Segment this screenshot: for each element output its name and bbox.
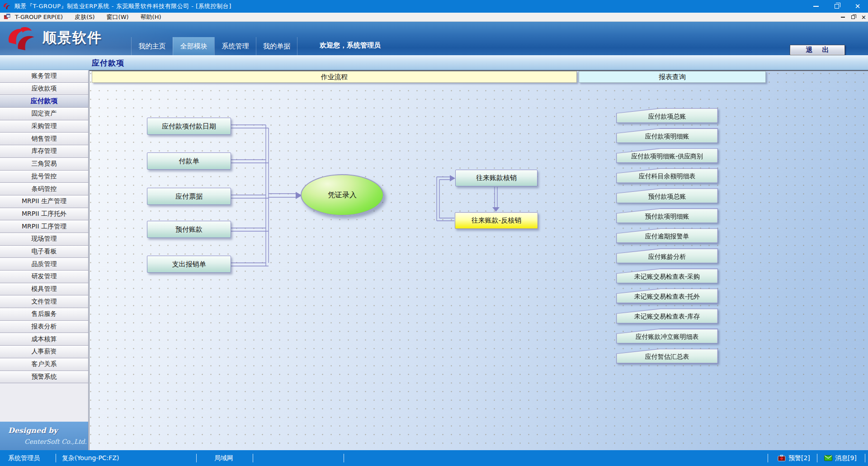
report-overdue-alert[interactable]: 应付逾期报警单 bbox=[616, 228, 718, 243]
logo: 顺景软件 bbox=[5, 25, 102, 51]
window-title: 顺景『T-GROUP』制造业ERP系统 - 东莞顺景软件科技有限公司 - [系统… bbox=[14, 2, 231, 10]
tab-my-home[interactable]: 我的主页 bbox=[131, 37, 173, 55]
report-payables-ledger[interactable]: 应付款项总账 bbox=[616, 108, 718, 123]
report-unposted-check-inventory[interactable]: 未记账交易检查表-库存 bbox=[616, 309, 718, 323]
report-prepaid-detail[interactable]: 预付款项明细账 bbox=[616, 208, 718, 223]
window-restore-button[interactable] bbox=[826, 0, 847, 13]
report-payables-estimate-summary[interactable]: 应付暂估汇总表 bbox=[616, 349, 718, 364]
status-alerts[interactable]: 预警[2] bbox=[778, 450, 810, 466]
flow-node-payable-notes[interactable]: 应付票据 bbox=[147, 188, 231, 205]
tab-system-admin[interactable]: 系统管理 bbox=[214, 37, 256, 55]
sidebar-item-hr-payroll[interactable]: 人事薪资 bbox=[0, 346, 88, 358]
window-titlebar: 顺景『T-GROUP』制造业ERP系统 - 东莞顺景软件科技有限公司 - [系统… bbox=[0, 0, 868, 13]
sidebar-item-sales[interactable]: 销售管理 bbox=[0, 133, 88, 145]
tab-all-modules[interactable]: 全部模块 bbox=[173, 37, 214, 55]
sidebar-item-mrp2-outsourcing[interactable]: MRPII 工序托外 bbox=[0, 208, 88, 221]
menu-skin[interactable]: 皮肤(S) bbox=[75, 13, 94, 21]
page-title-band: 应付款项 bbox=[0, 55, 868, 70]
report-payables-detail-by-supplier[interactable]: 应付款项明细账-供应商别 bbox=[616, 148, 718, 163]
menu-window[interactable]: 窗口(W) bbox=[107, 13, 129, 21]
report-payable-account-balance[interactable]: 应付科目余额明细表 bbox=[616, 168, 718, 183]
report-aging-analysis[interactable]: 应付账龄分析 bbox=[616, 248, 718, 263]
flow-node-payment-slip[interactable]: 付款单 bbox=[147, 152, 231, 170]
flow-section-header: 作业流程 bbox=[92, 71, 577, 83]
report-prepaid-ledger[interactable]: 预付款项总账 bbox=[616, 188, 718, 203]
page-title: 应付款项 bbox=[92, 58, 124, 68]
sidebar-item-lot-control[interactable]: 批号管控 bbox=[0, 171, 88, 183]
header-band: 顺景软件 我的主页 全部模块 系统管理 我的单据 欢迎您，系统管理员 11月21… bbox=[0, 22, 868, 55]
status-session: 复杂(Young-PC:FZ) bbox=[62, 450, 119, 466]
centersoft-text: CenterSoft Co.,Ltd. bbox=[24, 438, 87, 445]
restore-icon bbox=[835, 4, 839, 9]
sidebar-item-mold[interactable]: 模具管理 bbox=[0, 283, 88, 296]
report-button-list: 应付款项总账 应付款项明细账 应付款项明细账-供应商别 应付科目余额明细表 预付… bbox=[616, 108, 718, 369]
status-messages[interactable]: 消息[9] bbox=[824, 450, 857, 466]
status-network: 局域网 bbox=[214, 450, 233, 466]
mdi-minimize-button[interactable] bbox=[841, 17, 845, 18]
menu-tgroup-erp[interactable]: T-GROUP ERP(E) bbox=[15, 14, 63, 20]
flow-node-account-writeoff-reverse[interactable]: 往来账款-反核销 bbox=[455, 212, 538, 229]
sidebar-item-fixed-assets[interactable]: 固定资产 bbox=[0, 108, 88, 120]
sidebar-item-crm[interactable]: 客户关系 bbox=[0, 358, 88, 371]
welcome-text: 欢迎您，系统管理员 bbox=[320, 22, 455, 55]
module-sidebar: 账务管理 应收款项 应付款项 固定资产 采购管理 销售管理 库存管理 三角贸易 … bbox=[0, 70, 89, 450]
statusbar: 系统管理员 复杂(Young-PC:FZ) 局域网 预警[2] 消息[9] bbox=[0, 450, 868, 466]
report-unposted-check-outsourcing[interactable]: 未记账交易检查表-托外 bbox=[616, 289, 718, 304]
alert-medkit-icon bbox=[778, 455, 786, 461]
mdi-close-button[interactable]: ✕ bbox=[861, 14, 866, 20]
sidebar-item-triangle-trade[interactable]: 三角贸易 bbox=[0, 158, 88, 171]
menubar: T-GROUP ERP(E) 皮肤(S) 窗口(W) 帮助(H) ✕ bbox=[0, 13, 868, 22]
logo-bird-icon bbox=[5, 25, 38, 51]
sidebar-footer: Designed by CenterSoft Co.,Ltd. bbox=[0, 422, 88, 450]
sidebar-item-costing[interactable]: 成本核算 bbox=[0, 333, 88, 346]
sidebar-item-shopfloor[interactable]: 现场管理 bbox=[0, 233, 88, 246]
sidebar-item-payables[interactable]: 应付款项 bbox=[0, 95, 88, 108]
mdi-child-icon bbox=[4, 14, 10, 20]
flow-node-account-writeoff[interactable]: 往来账款核销 bbox=[455, 170, 538, 186]
menu-help[interactable]: 帮助(H) bbox=[141, 13, 161, 21]
sidebar-item-inventory[interactable]: 库存管理 bbox=[0, 145, 88, 158]
sidebar-item-alert-system[interactable]: 预警系统 bbox=[0, 371, 88, 384]
main-nav: 我的主页 全部模块 系统管理 我的单据 bbox=[131, 37, 297, 55]
minimize-icon bbox=[813, 6, 819, 7]
flow-node-payment-date[interactable]: 应付款项付款日期 bbox=[147, 118, 231, 135]
sidebar-item-mrp2-production[interactable]: MRPII 生产管理 bbox=[0, 195, 88, 208]
logo-text: 顺景软件 bbox=[42, 29, 102, 48]
report-section-header: 报表查询 bbox=[579, 71, 766, 83]
sidebar-item-receivables[interactable]: 应收款项 bbox=[0, 83, 88, 95]
exit-button[interactable]: 退 出 bbox=[790, 45, 845, 55]
sidebar-item-quality[interactable]: 品质管理 bbox=[0, 258, 88, 271]
sidebar-item-barcode-control[interactable]: 条码管控 bbox=[0, 183, 88, 195]
report-payables-offset-detail[interactable]: 应付账款冲立账明细表 bbox=[616, 328, 718, 343]
sidebar-item-report-analysis[interactable]: 报表分析 bbox=[0, 321, 88, 333]
app-logo-icon bbox=[3, 2, 11, 10]
sidebar-item-after-sales[interactable]: 售后服务 bbox=[0, 308, 88, 321]
report-payables-detail[interactable]: 应付款项明细账 bbox=[616, 128, 718, 143]
tab-my-documents[interactable]: 我的单据 bbox=[256, 37, 297, 55]
window-close-button[interactable]: ✕ bbox=[847, 0, 868, 13]
sidebar-item-document[interactable]: 文件管理 bbox=[0, 295, 88, 308]
flow-node-voucher-entry[interactable]: 凭证录入 bbox=[301, 174, 384, 216]
mdi-restore-button[interactable] bbox=[851, 15, 855, 19]
status-user: 系统管理员 bbox=[8, 450, 40, 466]
sidebar-item-purchasing[interactable]: 采购管理 bbox=[0, 120, 88, 133]
close-icon: ✕ bbox=[855, 3, 861, 10]
flow-node-prepayment[interactable]: 预付账款 bbox=[147, 221, 231, 238]
report-unposted-check-purchase[interactable]: 未记账交易检查表-采购 bbox=[616, 268, 718, 283]
window-minimize-button[interactable] bbox=[806, 0, 826, 13]
message-envelope-icon bbox=[824, 455, 832, 461]
sidebar-item-e-kanban[interactable]: 电子看板 bbox=[0, 246, 88, 258]
flow-node-expense-report[interactable]: 支出报销单 bbox=[147, 256, 231, 273]
designed-by-text: Designed by bbox=[8, 426, 57, 435]
sidebar-item-mrp2-process[interactable]: MRPII 工序管理 bbox=[0, 220, 88, 233]
sidebar-item-rnd[interactable]: 研发管理 bbox=[0, 271, 88, 283]
sidebar-item-accounting[interactable]: 账务管理 bbox=[0, 70, 88, 83]
